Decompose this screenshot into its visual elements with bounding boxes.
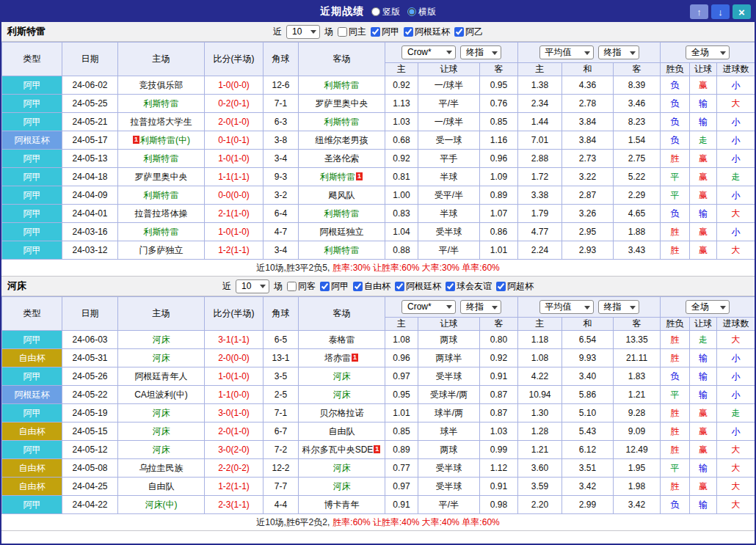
sub-column-header: 和 (562, 63, 614, 76)
chevron-down-icon (492, 51, 498, 58)
red-card-icon: 1 (352, 354, 358, 362)
away-team: 利斯特雷 (299, 241, 385, 260)
match-result: 负 (661, 113, 690, 131)
filter-checkbox[interactable] (320, 282, 330, 291)
filter-checkbox[interactable] (496, 282, 506, 291)
filter-option-label: 阿超杯 (507, 280, 534, 293)
scope-select[interactable]: 全场 (686, 45, 730, 59)
asia-final-select[interactable]: 终指 (460, 300, 501, 314)
match-date: 24-04-18 (62, 168, 118, 186)
filter-checkbox[interactable] (454, 27, 464, 37)
asia-final-select-value: 终指 (466, 301, 484, 313)
horizontal-layout-radio[interactable] (407, 7, 416, 16)
filter-checkbox[interactable] (353, 282, 363, 291)
match-result: 负 (661, 367, 690, 386)
corner-count: 12-6 (263, 76, 299, 95)
sub-column-header: 主 (518, 63, 562, 76)
europe-source-select[interactable]: 平均值 (539, 45, 594, 59)
vertical-layout-radio[interactable] (371, 7, 380, 16)
asia-away-odds: 0.86 (480, 223, 518, 241)
europe-source-select[interactable]: 平均值 (539, 300, 594, 314)
filter-checkbox[interactable] (287, 282, 297, 291)
filter-option[interactable]: 阿超杯 (496, 280, 534, 293)
away-team: 河床 (299, 367, 385, 386)
europe-odds-header: 平均值终指 (518, 43, 661, 63)
match-score: 3-0(1-0) (205, 404, 263, 423)
asia-handicap-line: 受一球 (418, 131, 480, 150)
filter-checkbox[interactable] (404, 27, 413, 37)
home-team: CA坦波利(中) (118, 386, 205, 404)
home-team: 阿根廷青年人 (118, 367, 205, 386)
asia-source-select[interactable]: Crow* (401, 45, 456, 59)
corner-count: 3-4 (263, 241, 299, 260)
handicap-result: 赢 (690, 76, 717, 95)
scope-select[interactable]: 全场 (686, 300, 730, 314)
asia-handicap-line: 平/半 (418, 241, 480, 260)
asia-home-odds: 1.08 (385, 331, 418, 349)
match-date: 24-05-12 (62, 441, 118, 459)
league-badge: 阿甲 (2, 496, 62, 514)
europe-home-odds: 1.18 (518, 331, 562, 349)
match-date: 24-06-03 (62, 331, 118, 349)
filter-option[interactable]: 自由杯 (353, 280, 390, 293)
filter-option[interactable]: 阿甲 (371, 26, 399, 38)
handicap-result: 输 (690, 95, 717, 113)
league-badge: 阿甲 (2, 205, 62, 223)
close-button[interactable]: × (733, 4, 751, 19)
asia-home-odds: 1.00 (385, 186, 418, 205)
filter-checkbox[interactable] (371, 27, 380, 37)
filter-option[interactable]: 同客 (287, 280, 316, 293)
move-up-button[interactable]: ↑ (690, 4, 708, 19)
filter-option[interactable]: 球会友谊 (446, 280, 492, 293)
europe-final-select[interactable]: 终指 (598, 45, 639, 59)
sub-column-header: 主 (518, 318, 562, 331)
corner-count: 6-4 (263, 205, 299, 223)
match-score: 0-2(0-1) (205, 95, 263, 113)
team-name-text: 罗萨里奥中央 (316, 98, 368, 109)
filter-option[interactable]: 同主 (338, 26, 366, 38)
match-score: 1-1(1-1) (205, 168, 263, 186)
europe-home-odds: 10.94 (518, 386, 562, 404)
match-date: 24-04-09 (62, 186, 118, 205)
table-body: 阿甲24-06-03河床3-1(1-1)6-5泰格雷1.08两球0.801.18… (2, 331, 755, 514)
filter-checkbox[interactable] (395, 282, 404, 291)
red-card-icon: 1 (374, 445, 380, 453)
move-down-button[interactable]: ↓ (711, 4, 730, 19)
filter-option[interactable]: 阿甲 (320, 280, 349, 293)
section-team-name: 河床 (7, 279, 26, 293)
asia-away-odds: 0.92 (480, 349, 518, 367)
filter-option[interactable]: 阿根廷杯 (404, 26, 450, 38)
match-count-select[interactable]: 10 (236, 279, 269, 293)
europe-final-select-value: 终指 (604, 46, 622, 59)
asia-handicap-line: 球半 (418, 423, 480, 441)
goals-result: 小 (717, 223, 755, 241)
handicap-result: 输 (690, 496, 717, 514)
team-name-text: 阿根廷独立 (320, 227, 364, 237)
match-date: 24-05-19 (62, 404, 118, 423)
team-name-text: 罗萨里奥中央 (135, 172, 188, 182)
goals-result: 小 (717, 76, 755, 95)
match-count-select[interactable]: 10 (286, 25, 320, 39)
chevron-down-icon (260, 285, 266, 291)
europe-odds-header: 平均值终指 (518, 297, 661, 318)
match-row: 阿甲24-04-18罗萨里奥中央1-1(1-1)9-3利斯特雷10.81半球1.… (2, 168, 755, 186)
asia-source-select[interactable]: Crow* (401, 300, 456, 314)
layout-option-vertical[interactable]: 竖版 (371, 6, 400, 18)
header-row: 类型日期主场比分(半场)角球客场Crow*终指平均值终指全场 (2, 297, 755, 318)
goals-result: 小 (717, 131, 755, 150)
home-team: 利斯特雷 (118, 223, 205, 241)
asia-final-select[interactable]: 终指 (460, 45, 501, 59)
filter-controls: 近10场同主阿甲阿根廷杯阿乙 (273, 25, 483, 39)
asia-home-odds: 0.97 (385, 478, 418, 496)
europe-draw-odds: 3.84 (562, 131, 614, 150)
filter-option[interactable]: 阿根廷杯 (395, 280, 441, 293)
filter-checkbox[interactable] (338, 27, 347, 37)
handicap-result: 输 (690, 113, 717, 131)
filter-checkbox[interactable] (446, 282, 455, 291)
europe-final-select[interactable]: 终指 (598, 300, 639, 314)
asia-home-odds: 0.81 (385, 168, 418, 186)
layout-option-horizontal[interactable]: 横版 (407, 6, 436, 18)
match-result: 胜 (661, 423, 690, 441)
filter-option[interactable]: 阿乙 (454, 26, 483, 38)
filter-option-label: 球会友谊 (457, 280, 492, 293)
